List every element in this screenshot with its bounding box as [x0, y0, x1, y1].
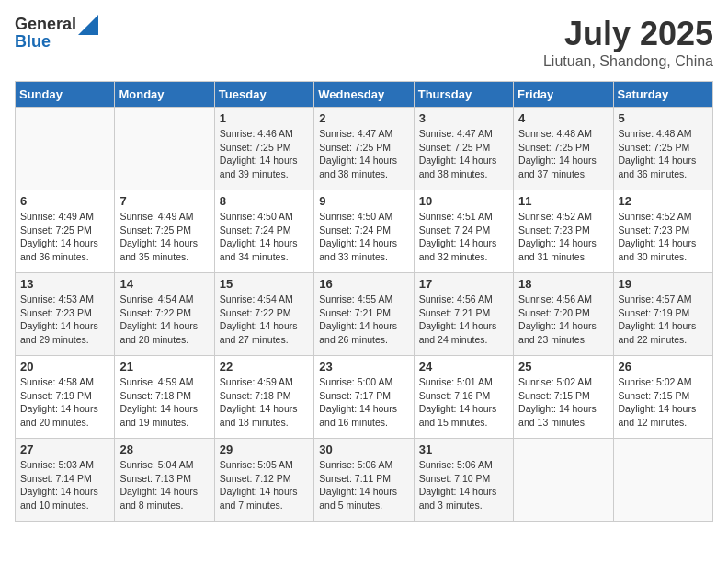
weekday-header-row: SundayMondayTuesdayWednesdayThursdayFrid… [16, 82, 713, 108]
day-number: 14 [119, 277, 209, 291]
calendar-cell [16, 108, 115, 190]
calendar-cell: 14Sunrise: 4:54 AMSunset: 7:22 PMDayligh… [115, 273, 214, 356]
day-number: 21 [119, 360, 209, 373]
day-number: 25 [518, 360, 608, 373]
location-title: Liutuan, Shandong, China [543, 53, 713, 70]
day-number: 11 [518, 194, 608, 208]
calendar-week-row: 6Sunrise: 4:49 AMSunset: 7:25 PMDaylight… [16, 190, 713, 273]
calendar-week-row: 27Sunrise: 5:03 AMSunset: 7:14 PMDayligh… [16, 439, 713, 522]
calendar-cell: 23Sunrise: 5:00 AMSunset: 7:17 PMDayligh… [314, 356, 414, 439]
calendar-cell: 1Sunrise: 4:46 AMSunset: 7:25 PMDaylight… [214, 108, 313, 190]
day-detail: Sunrise: 4:47 AMSunset: 7:25 PMDaylight:… [319, 127, 408, 181]
calendar-week-row: 20Sunrise: 4:58 AMSunset: 7:19 PMDayligh… [16, 356, 713, 439]
day-number: 22 [220, 360, 309, 373]
calendar-cell: 5Sunrise: 4:48 AMSunset: 7:25 PMDaylight… [613, 108, 712, 190]
day-detail: Sunrise: 4:48 AMSunset: 7:25 PMDaylight:… [518, 127, 608, 181]
calendar-cell: 17Sunrise: 4:56 AMSunset: 7:21 PMDayligh… [414, 273, 513, 356]
calendar-cell: 13Sunrise: 4:53 AMSunset: 7:23 PMDayligh… [16, 273, 115, 356]
day-number: 16 [319, 277, 408, 291]
calendar-cell [115, 108, 214, 190]
day-number: 15 [220, 277, 309, 291]
day-number: 4 [518, 111, 608, 125]
logo: General Blue [15, 15, 98, 52]
svg-marker-0 [78, 15, 98, 35]
calendar-cell: 24Sunrise: 5:01 AMSunset: 7:16 PMDayligh… [414, 356, 513, 439]
day-detail: Sunrise: 4:54 AMSunset: 7:22 PMDaylight:… [119, 293, 209, 347]
calendar-cell: 16Sunrise: 4:55 AMSunset: 7:21 PMDayligh… [314, 273, 414, 356]
calendar-cell [613, 439, 712, 522]
calendar-cell: 2Sunrise: 4:47 AMSunset: 7:25 PMDaylight… [314, 108, 414, 190]
logo-icon [78, 15, 98, 35]
logo-blue: Blue [15, 33, 98, 52]
calendar-cell: 7Sunrise: 4:49 AMSunset: 7:25 PMDaylight… [115, 190, 214, 273]
day-number: 12 [619, 194, 708, 208]
calendar-cell: 19Sunrise: 4:57 AMSunset: 7:19 PMDayligh… [613, 273, 712, 356]
day-detail: Sunrise: 4:50 AMSunset: 7:24 PMDaylight:… [319, 210, 408, 264]
day-detail: Sunrise: 4:59 AMSunset: 7:18 PMDaylight:… [119, 375, 209, 430]
month-title: July 2025 [543, 15, 713, 53]
day-detail: Sunrise: 4:52 AMSunset: 7:23 PMDaylight:… [619, 210, 708, 264]
day-detail: Sunrise: 5:01 AMSunset: 7:16 PMDaylight:… [419, 375, 508, 430]
day-detail: Sunrise: 4:53 AMSunset: 7:23 PMDaylight:… [20, 293, 109, 347]
day-number: 6 [20, 194, 109, 208]
calendar-cell: 15Sunrise: 4:54 AMSunset: 7:22 PMDayligh… [214, 273, 313, 356]
calendar-cell: 29Sunrise: 5:05 AMSunset: 7:12 PMDayligh… [214, 439, 313, 522]
calendar-cell: 18Sunrise: 4:56 AMSunset: 7:20 PMDayligh… [514, 273, 613, 356]
weekday-header: Wednesday [314, 82, 414, 108]
calendar-cell: 20Sunrise: 4:58 AMSunset: 7:19 PMDayligh… [16, 356, 115, 439]
day-number: 20 [20, 360, 109, 373]
calendar-cell: 21Sunrise: 4:59 AMSunset: 7:18 PMDayligh… [115, 356, 214, 439]
calendar-cell: 12Sunrise: 4:52 AMSunset: 7:23 PMDayligh… [613, 190, 712, 273]
calendar-week-row: 1Sunrise: 4:46 AMSunset: 7:25 PMDaylight… [16, 108, 713, 190]
day-detail: Sunrise: 5:03 AMSunset: 7:14 PMDaylight:… [20, 458, 109, 512]
calendar-cell: 27Sunrise: 5:03 AMSunset: 7:14 PMDayligh… [16, 439, 115, 522]
day-detail: Sunrise: 4:54 AMSunset: 7:22 PMDaylight:… [220, 293, 309, 347]
weekday-header: Friday [514, 82, 613, 108]
calendar-cell: 22Sunrise: 4:59 AMSunset: 7:18 PMDayligh… [214, 356, 313, 439]
calendar-cell: 31Sunrise: 5:06 AMSunset: 7:10 PMDayligh… [414, 439, 513, 522]
calendar-cell: 6Sunrise: 4:49 AMSunset: 7:25 PMDaylight… [16, 190, 115, 273]
day-detail: Sunrise: 5:06 AMSunset: 7:11 PMDaylight:… [319, 458, 408, 512]
day-number: 10 [419, 194, 508, 208]
day-detail: Sunrise: 5:06 AMSunset: 7:10 PMDaylight:… [419, 458, 508, 512]
day-detail: Sunrise: 5:05 AMSunset: 7:12 PMDaylight:… [220, 458, 309, 512]
day-detail: Sunrise: 5:04 AMSunset: 7:13 PMDaylight:… [119, 458, 209, 512]
day-number: 30 [319, 442, 408, 456]
day-number: 13 [20, 277, 109, 291]
day-detail: Sunrise: 4:50 AMSunset: 7:24 PMDaylight:… [220, 210, 309, 264]
calendar-cell: 25Sunrise: 5:02 AMSunset: 7:15 PMDayligh… [514, 356, 613, 439]
day-detail: Sunrise: 4:52 AMSunset: 7:23 PMDaylight:… [518, 210, 608, 264]
day-number: 26 [619, 360, 708, 373]
weekday-header: Tuesday [214, 82, 313, 108]
calendar-cell: 4Sunrise: 4:48 AMSunset: 7:25 PMDaylight… [514, 108, 613, 190]
calendar-cell: 8Sunrise: 4:50 AMSunset: 7:24 PMDaylight… [214, 190, 313, 273]
day-number: 1 [220, 111, 309, 125]
day-detail: Sunrise: 4:56 AMSunset: 7:21 PMDaylight:… [419, 293, 508, 347]
day-detail: Sunrise: 4:59 AMSunset: 7:18 PMDaylight:… [220, 375, 309, 430]
day-number: 3 [419, 111, 508, 125]
day-number: 24 [419, 360, 508, 373]
day-number: 19 [619, 277, 708, 291]
day-detail: Sunrise: 4:47 AMSunset: 7:25 PMDaylight:… [419, 127, 508, 181]
calendar-cell: 11Sunrise: 4:52 AMSunset: 7:23 PMDayligh… [514, 190, 613, 273]
day-number: 9 [319, 194, 408, 208]
day-number: 27 [20, 442, 109, 456]
day-number: 17 [419, 277, 508, 291]
weekday-header: Sunday [16, 82, 115, 108]
page-header: General Blue July 2025 Liutuan, Shandong… [15, 15, 713, 70]
day-number: 5 [619, 111, 708, 125]
calendar-cell [514, 439, 613, 522]
calendar-cell: 26Sunrise: 5:02 AMSunset: 7:15 PMDayligh… [613, 356, 712, 439]
day-number: 8 [220, 194, 309, 208]
weekday-header: Saturday [613, 82, 712, 108]
day-detail: Sunrise: 4:56 AMSunset: 7:20 PMDaylight:… [518, 293, 608, 347]
day-detail: Sunrise: 4:51 AMSunset: 7:24 PMDaylight:… [419, 210, 508, 264]
day-detail: Sunrise: 5:02 AMSunset: 7:15 PMDaylight:… [518, 375, 608, 430]
day-number: 2 [319, 111, 408, 125]
day-number: 31 [419, 442, 508, 456]
day-detail: Sunrise: 4:55 AMSunset: 7:21 PMDaylight:… [319, 293, 408, 347]
day-number: 18 [518, 277, 608, 291]
calendar-week-row: 13Sunrise: 4:53 AMSunset: 7:23 PMDayligh… [16, 273, 713, 356]
calendar-cell: 10Sunrise: 4:51 AMSunset: 7:24 PMDayligh… [414, 190, 513, 273]
calendar-cell: 9Sunrise: 4:50 AMSunset: 7:24 PMDaylight… [314, 190, 414, 273]
